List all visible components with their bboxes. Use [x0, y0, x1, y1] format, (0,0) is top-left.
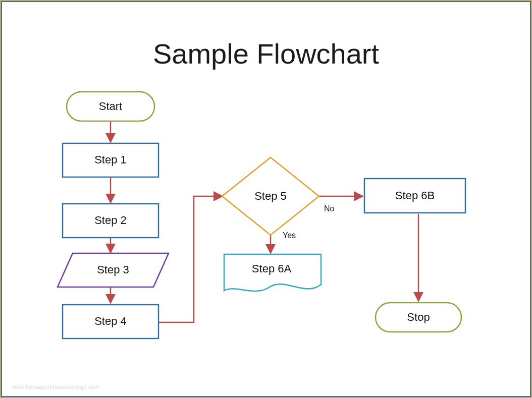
- flowchart-svg: Start Step 1 Step 2 Step 3 Step 4: [2, 2, 532, 398]
- edge-label-yes: Yes: [283, 231, 296, 240]
- node-start-label: Start: [99, 100, 122, 112]
- node-step6a-label: Step 6A: [252, 262, 292, 275]
- node-step2: Step 2: [63, 204, 158, 238]
- node-stop: Stop: [376, 303, 461, 332]
- node-step2-label: Step 2: [94, 214, 127, 226]
- node-step4: Step 4: [63, 305, 158, 338]
- node-step1: Step 1: [63, 143, 158, 177]
- node-step6a: Step 6A: [224, 254, 321, 291]
- node-step5: Step 5: [222, 157, 319, 235]
- node-step6b-label: Step 6B: [395, 189, 435, 202]
- watermark-text: www.hertiagechristiancollege.com: [12, 384, 99, 390]
- node-step3-label: Step 3: [97, 263, 129, 276]
- node-stop-label: Stop: [407, 311, 430, 323]
- outer-border: Sample Flowchart Start: [0, 0, 532, 398]
- node-step4-label: Step 4: [94, 315, 127, 327]
- inner-border: Sample Flowchart Start: [1, 1, 531, 397]
- node-start: Start: [67, 92, 154, 121]
- arrow-step4-to-step5: [158, 196, 223, 322]
- node-step6b: Step 6B: [364, 179, 465, 213]
- node-step5-label: Step 5: [254, 190, 287, 202]
- node-step1-label: Step 1: [94, 153, 127, 166]
- node-step3: Step 3: [58, 253, 169, 287]
- edge-label-no: No: [324, 204, 335, 213]
